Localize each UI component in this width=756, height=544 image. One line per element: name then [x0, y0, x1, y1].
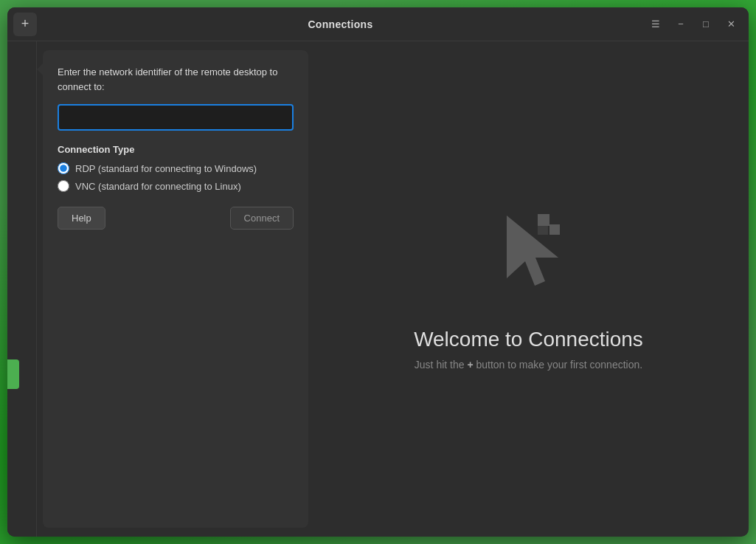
window-title: Connections	[37, 18, 644, 30]
rdp-label: RDP (standard for connecting to Windows)	[75, 163, 257, 174]
main-content: Enter the network identifier of the remo…	[7, 41, 749, 537]
connection-type-group: RDP (standard for connecting to Windows)…	[58, 162, 294, 192]
connection-form-panel: Enter the network identifier of the remo…	[43, 50, 308, 528]
minimize-button[interactable]: −	[669, 13, 693, 36]
close-button[interactable]: ✕	[719, 13, 743, 36]
network-identifier-input[interactable]	[58, 104, 294, 131]
form-buttons: Help Connect	[58, 207, 294, 230]
welcome-title: Welcome to Connections	[414, 328, 643, 351]
menu-button[interactable]: ☰	[644, 13, 667, 36]
vnc-option[interactable]: VNC (standard for connecting to Linux)	[58, 180, 294, 192]
rdp-option[interactable]: RDP (standard for connecting to Windows)	[58, 162, 294, 174]
svg-rect-2	[549, 224, 560, 235]
connection-type-label: Connection Type	[58, 144, 294, 155]
svg-rect-3	[538, 226, 548, 235]
vnc-radio[interactable]	[58, 180, 69, 192]
help-button[interactable]: Help	[58, 207, 105, 230]
rdp-radio[interactable]	[58, 162, 69, 174]
welcome-subtitle-plus: +	[467, 359, 473, 371]
window-controls: ☰ − □ ✕	[644, 13, 743, 36]
cursor-icon	[485, 208, 573, 307]
app-window: + Connections ☰ − □ ✕ Enter the network …	[7, 7, 749, 537]
svg-rect-1	[538, 214, 549, 226]
sidebar-arrow	[7, 359, 19, 389]
welcome-subtitle-end: button to make your first connection.	[474, 359, 643, 371]
titlebar: + Connections ☰ − □ ✕	[7, 7, 749, 41]
form-description: Enter the network identifier of the remo…	[58, 65, 294, 94]
connect-button[interactable]: Connect	[230, 207, 294, 230]
welcome-area: Welcome to Connections Just hit the + bu…	[308, 41, 749, 537]
welcome-subtitle-start: Just hit the	[415, 359, 468, 371]
maximize-button[interactable]: □	[694, 13, 718, 36]
sidebar	[7, 41, 37, 537]
vnc-label: VNC (standard for connecting to Linux)	[75, 181, 241, 192]
titlebar-left: +	[13, 13, 37, 36]
welcome-subtitle: Just hit the + button to make your first…	[415, 359, 642, 371]
add-tab-button[interactable]: +	[13, 13, 37, 36]
